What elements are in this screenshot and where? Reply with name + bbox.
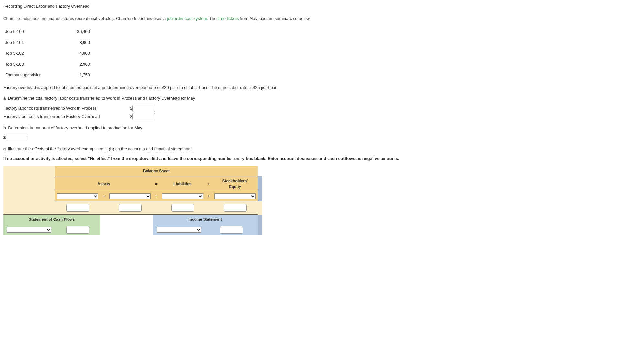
side-paren-decor: ) <box>0 98 0 107</box>
qa-row1-label: Factory labor costs transferred to Work … <box>3 105 129 112</box>
spacer <box>3 176 55 191</box>
asset2-select[interactable] <box>109 193 151 199</box>
dollar-sign: $ <box>130 106 132 111</box>
question-c: c. Illustrate the effects of the factory… <box>3 146 632 152</box>
dollar-sign: $ <box>3 135 6 140</box>
equals-sign: = <box>153 191 160 201</box>
equals-sign: = <box>153 176 160 191</box>
plus-sign: + <box>205 191 212 201</box>
asset2-input[interactable] <box>119 204 142 212</box>
foh-input[interactable] <box>132 113 155 120</box>
job-amount: 1,750 <box>72 70 92 80</box>
job-name: Job 5-101 <box>3 37 72 48</box>
scf-header: Statement of Cash Flows <box>3 215 100 225</box>
intro-text-3: from May jobs are summarized below. <box>239 16 311 21</box>
qa-row-1: Factory labor costs transferred to Work … <box>3 105 632 112</box>
qb-input-row: $ <box>3 134 632 141</box>
is-input[interactable] <box>220 226 243 234</box>
qa-row2-label: Factory labor costs transferred to Facto… <box>3 113 129 120</box>
table-row: Job 5-1013,900 <box>3 37 92 48</box>
term-time-tickets[interactable]: time tickets <box>217 16 239 21</box>
plus-sign: + <box>205 176 212 191</box>
job-amount: 3,900 <box>72 37 92 48</box>
liability-input[interactable] <box>171 204 194 212</box>
intro-text-2: . The <box>207 16 217 21</box>
shadow <box>258 224 262 235</box>
is-select[interactable] <box>157 227 201 233</box>
spacer <box>3 166 55 176</box>
spacer <box>3 201 55 215</box>
job-amount: 4,800 <box>72 48 92 59</box>
table-row: Job 5-1032,900 <box>3 59 92 70</box>
foh-applied-input[interactable] <box>6 134 28 141</box>
equity-select[interactable] <box>214 193 256 199</box>
term-job-order-cost-system[interactable]: job order cost system <box>167 16 207 21</box>
job-name: Factory supervision <box>3 70 72 80</box>
shadow <box>258 191 262 201</box>
qa-row-2: Factory labor costs transferred to Facto… <box>3 113 632 120</box>
se-header: Stockholders'Equity <box>222 179 248 189</box>
job-name: Job 5-103 <box>3 59 72 70</box>
job-amount: 2,900 <box>72 59 92 70</box>
intro-text-1: Chamlee Industries Inc. manufactures rec… <box>3 16 167 21</box>
plus-sign: + <box>100 191 107 201</box>
job-amount: $6,400 <box>72 26 92 37</box>
job-name: Job 5-100 <box>3 26 72 37</box>
question-a: a. Determine the total factory labor cos… <box>3 95 632 102</box>
table-row: Job 5-1024,800 <box>3 48 92 59</box>
effects-table-wrap: Balance Sheet Assets = Liabilities + Sto… <box>3 166 632 235</box>
job-name: Job 5-102 <box>3 48 72 59</box>
scf-input[interactable] <box>66 226 89 234</box>
asset1-input[interactable] <box>66 204 89 212</box>
table-row: Job 5-100$6,400 <box>3 26 92 37</box>
page-title: Recording Direct Labor and Factory Overh… <box>3 3 632 10</box>
balance-sheet-header: Balance Sheet <box>55 166 258 176</box>
table-row: Factory supervision1,750 <box>3 70 92 80</box>
wip-input[interactable] <box>132 105 155 112</box>
qa-label: a. <box>3 96 7 101</box>
liabilities-header: Liabilities <box>173 182 191 186</box>
asset1-select[interactable] <box>57 193 98 199</box>
rate-paragraph: Factory overhead is applied to jobs on t… <box>3 84 632 91</box>
effects-table: Balance Sheet Assets = Liabilities + Sto… <box>3 166 262 235</box>
qb-text: Determine the amount of factory overhead… <box>7 125 143 130</box>
shadow <box>258 201 262 215</box>
liability-select[interactable] <box>162 193 203 199</box>
question-b: b. Determine the amount of factory overh… <box>3 125 632 131</box>
spacer <box>3 191 55 201</box>
instruction-bold: If no account or activity is affected, s… <box>3 155 632 162</box>
qb-label: b. <box>3 125 7 130</box>
dollar-sign: $ <box>130 114 132 119</box>
qc-text: Illustrate the effects of the factory ov… <box>7 146 193 151</box>
scf-select[interactable] <box>7 227 51 233</box>
shadow <box>258 215 262 225</box>
qc-label: c. <box>3 146 7 151</box>
assets-header: Assets <box>97 182 110 186</box>
intro-paragraph: Chamlee Industries Inc. manufactures rec… <box>3 16 632 22</box>
equity-input[interactable] <box>224 204 247 212</box>
is-header: Income Statement <box>153 215 258 225</box>
shadow <box>258 176 262 191</box>
qa-text: Determine the total factory labor costs … <box>7 96 196 101</box>
jobs-table: Job 5-100$6,400 Job 5-1013,900 Job 5-102… <box>3 26 92 80</box>
